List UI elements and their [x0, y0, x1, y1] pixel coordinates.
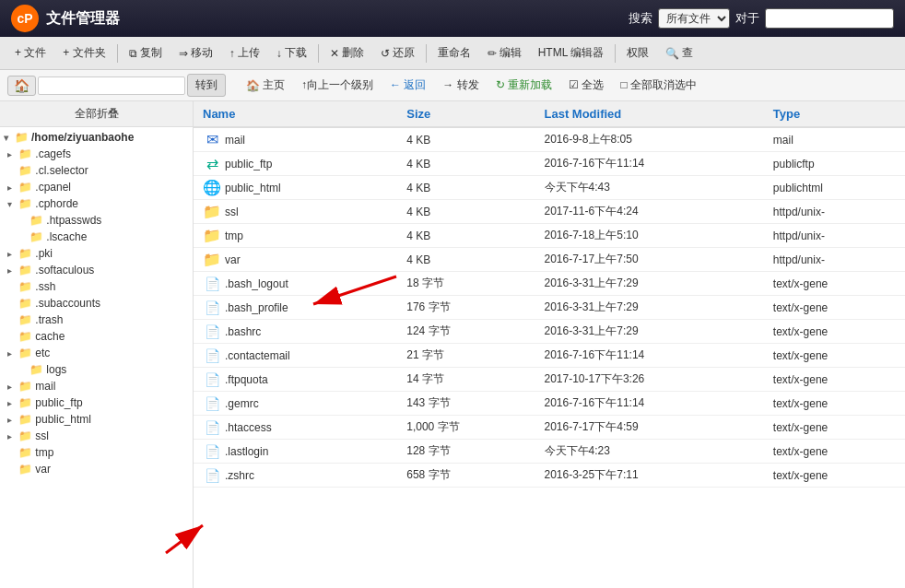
new-file-label: + 文件: [15, 45, 46, 61]
table-row[interactable]: 📄 .gemrc 143 字节 2016-7-16下午11:14 text/x-…: [194, 392, 905, 416]
file-icon: 📄: [205, 300, 220, 315]
var-label: var: [32, 463, 51, 476]
tree-item-lscache[interactable]: 📁 .lscache: [0, 229, 193, 245]
permissions-button[interactable]: 权限: [619, 41, 656, 65]
softaculous-expander: ▸: [7, 265, 18, 276]
cagefs-icon: 📁: [18, 147, 32, 160]
up-level-label: ↑向上一个级别: [301, 77, 373, 93]
forward-label: → 转发: [442, 77, 478, 93]
tree-item-trash[interactable]: 📁 .trash: [0, 312, 193, 328]
mail-label: mail: [32, 380, 55, 393]
tree-item-cphorde[interactable]: ▾ 📁 .cphorde: [0, 195, 193, 212]
table-row[interactable]: 📁 tmp 4 KB 2016-7-18上午5:10 httpd/unix-: [194, 224, 905, 248]
restore-button[interactable]: ↺ 还原: [373, 41, 422, 65]
file-name-cell: 📄 .bash_profile: [194, 296, 397, 320]
back-button[interactable]: ← 返回: [382, 75, 433, 96]
table-row[interactable]: 🌐 public_html 4 KB 今天下午4:43 publichtml: [194, 176, 905, 200]
move-button[interactable]: ⇒ 移动: [171, 41, 220, 65]
tree-item-htpasswds[interactable]: 📁 .htpasswds: [0, 212, 193, 229]
table-row[interactable]: 📄 .contactemail 21 字节 2016-7-16下午11:14 t…: [194, 344, 905, 368]
tree-item-ssh[interactable]: 📁 .ssh: [0, 278, 193, 295]
table-row[interactable]: ⇄ public_ftp 4 KB 2016-7-16下午11:14 publi…: [194, 152, 905, 176]
cphorde-icon: 📁: [18, 197, 32, 210]
copy-button[interactable]: ⧉ 复制: [122, 41, 170, 65]
file-type: httpd/unix-: [764, 248, 905, 272]
tree-item-var[interactable]: 📁 var: [0, 461, 193, 477]
toolbar-divider-3: [426, 44, 427, 63]
tree-item-public-ftp[interactable]: ▸ 📁 public_ftp: [0, 394, 193, 411]
cagefs-expander: ▸: [7, 149, 18, 159]
table-row[interactable]: 📄 .bashrc 124 字节 2016-3-31上午7:29 text/x-…: [194, 320, 905, 344]
column-name[interactable]: Name: [194, 101, 397, 127]
rename-button[interactable]: 重命名: [430, 41, 478, 65]
search-type-select[interactable]: 所有文件: [658, 8, 730, 29]
table-row[interactable]: 📄 .zshrc 658 字节 2016-3-25下午7:11 text/x-g…: [194, 464, 905, 488]
file-name: .bash_logout: [225, 277, 288, 290]
ssl-label: ssl: [32, 429, 49, 442]
new-file-button[interactable]: + 文件: [7, 41, 53, 65]
tree-item-cache[interactable]: 📁 cache: [0, 328, 193, 345]
file-type: publichtml: [764, 176, 905, 200]
cache-icon: 📁: [18, 330, 32, 343]
tree-item-etc[interactable]: ▸ 📁 etc: [0, 345, 193, 361]
tmp-icon: 📁: [18, 446, 32, 459]
tree-root[interactable]: ▾ 📁 /home/ziyuanbaohe: [0, 129, 193, 146]
tree-item-pki[interactable]: ▸ 📁 .pki: [0, 245, 193, 262]
deselect-all-button[interactable]: □ 全部取消选中: [613, 75, 704, 96]
tree-item-logs[interactable]: 📁 logs: [0, 361, 193, 378]
pki-label: .pki: [32, 247, 53, 260]
tree-item-cl-selector[interactable]: 📁 .cl.selector: [0, 162, 193, 179]
collapse-all-button[interactable]: 全部折叠: [0, 101, 193, 127]
home-nav-label: 主页: [263, 77, 285, 93]
table-row[interactable]: 📄 .bash_logout 18 字节 2016-3-31上午7:29 tex…: [194, 272, 905, 296]
search-input[interactable]: [765, 8, 894, 29]
edit-button[interactable]: ✏ 编辑: [480, 41, 529, 65]
goto-button[interactable]: 转到: [187, 74, 226, 97]
reload-button[interactable]: ↻ 重新加载: [488, 75, 559, 96]
new-folder-button[interactable]: + 文件夹: [55, 41, 112, 65]
download-button[interactable]: ↓ 下载: [269, 41, 314, 65]
file-size: 4 KB: [397, 224, 535, 248]
tree-item-softaculous[interactable]: ▸ 📁 .softaculous: [0, 262, 193, 278]
home-nav-button[interactable]: 🏠 主页: [239, 75, 292, 96]
tree-item-cagefs[interactable]: ▸ 📁 .cagefs: [0, 146, 193, 162]
upload-button[interactable]: ↑ 上传: [222, 41, 267, 65]
tree-item-public-html[interactable]: ▸ 📁 public_html: [0, 411, 193, 428]
file-name-cell: 📄 .ftpquota: [194, 368, 397, 392]
html-editor-button[interactable]: HTML 编辑器: [531, 41, 612, 65]
path-input[interactable]: [38, 76, 185, 95]
table-row[interactable]: 📄 .bash_profile 176 字节 2016-3-31上午7:29 t…: [194, 296, 905, 320]
up-level-button[interactable]: ↑向上一个级别: [294, 75, 381, 96]
tree-item-mail[interactable]: ▸ 📁 mail: [0, 378, 193, 394]
table-row[interactable]: 📁 var 4 KB 2016-7-17上午7:50 httpd/unix-: [194, 248, 905, 272]
move-label: 移动: [191, 45, 213, 61]
select-all-button[interactable]: ☑ 全选: [561, 75, 611, 96]
copy-icon: ⧉: [129, 47, 137, 60]
table-row[interactable]: 📁 ssl 4 KB 2017-11-6下午4:24 httpd/unix-: [194, 200, 905, 224]
column-size[interactable]: Size: [397, 101, 535, 127]
ssh-label: .ssh: [32, 280, 55, 293]
tree-item-tmp[interactable]: 📁 tmp: [0, 444, 193, 461]
file-name-cell: 📁 tmp: [194, 224, 397, 248]
tree-item-ssl[interactable]: ▸ 📁 ssl: [0, 428, 193, 444]
tree-item-cpanel[interactable]: ▸ 📁 .cpanel: [0, 179, 193, 195]
app-logo: cP 文件管理器: [11, 5, 120, 32]
file-modified: 2017-10-17下午3:26: [535, 368, 764, 392]
logs-icon: 📁: [29, 363, 43, 376]
file-size: 128 字节: [397, 440, 535, 464]
file-modified: 2016-3-31上午7:29: [535, 272, 764, 296]
tree-item-subaccounts[interactable]: 📁 .subaccounts: [0, 295, 193, 312]
delete-button[interactable]: ✕ 删除: [323, 41, 371, 65]
home-button[interactable]: 🏠: [7, 76, 36, 96]
table-row[interactable]: ✉ mail 4 KB 2016-9-8上午8:05 mail: [194, 127, 905, 152]
file-name-cell: 📄 .bashrc: [194, 320, 397, 344]
forward-button[interactable]: → 转发: [435, 75, 486, 96]
table-row[interactable]: 📄 .htaccess 1,000 字节 2016-7-17下午4:59 tex…: [194, 416, 905, 440]
column-type[interactable]: Type: [764, 101, 905, 127]
cpanel-expander: ▸: [7, 182, 18, 193]
column-modified[interactable]: Last Modified: [535, 101, 764, 127]
view-button[interactable]: 🔍 查: [658, 41, 700, 65]
table-row[interactable]: 📄 .lastlogin 128 字节 今天下午4:23 text/x-gene: [194, 440, 905, 464]
table-row[interactable]: 📄 .ftpquota 14 字节 2017-10-17下午3:26 text/…: [194, 368, 905, 392]
file-size: 4 KB: [397, 176, 535, 200]
